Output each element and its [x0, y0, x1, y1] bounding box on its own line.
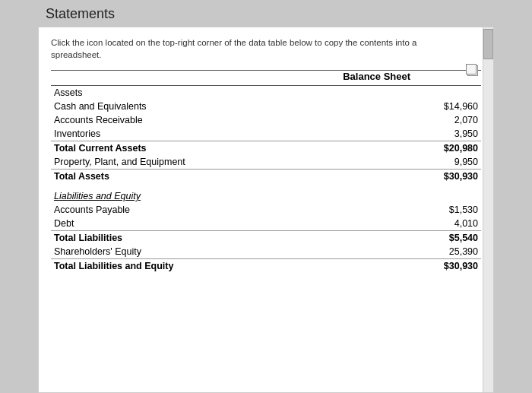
row-value: 4,010: [287, 217, 481, 231]
row-value: $30,930: [287, 259, 481, 274]
row-label: Cash and Equivalents: [51, 100, 287, 113]
table-row: Total Liabilities$5,540: [51, 231, 481, 246]
row-value: $20,980: [287, 141, 481, 156]
row-value: 3,950: [287, 127, 481, 141]
table-row: Cash and Equivalents$14,960: [51, 100, 481, 113]
table-header-label: [51, 71, 287, 86]
page-title: Statements: [0, 0, 532, 27]
content-area: Click the icon located on the top-right …: [38, 27, 494, 393]
row-label: Shareholders' Equity: [51, 245, 287, 259]
section-label-liabilities: Liabilities and Equity: [51, 189, 481, 203]
row-label: Total Liabilities and Equity: [51, 259, 287, 274]
instruction-text: Click the icon located on the top-right …: [51, 36, 446, 61]
row-label: Debt: [51, 217, 287, 231]
row-label: Property, Plant, and Equipment: [51, 155, 287, 170]
table-row: Accounts Payable$1,530: [51, 203, 481, 217]
row-value: $1,530: [287, 203, 481, 217]
row-value: $30,930: [287, 170, 481, 184]
table-row: Shareholders' Equity25,390: [51, 245, 481, 259]
row-label: Total Current Assets: [51, 141, 287, 156]
row-value: $14,960: [287, 100, 481, 113]
table-row: Total Liabilities and Equity$30,930: [51, 259, 481, 274]
row-label: Total Assets: [51, 170, 287, 184]
section-label-assets: Assets: [51, 86, 481, 100]
table-body: AssetsCash and Equivalents$14,960Account…: [51, 86, 481, 274]
balance-sheet-table: Balance Sheet AssetsCash and Equivalents…: [51, 70, 481, 273]
table-row: Accounts Receivable2,070: [51, 113, 481, 127]
row-label: Accounts Payable: [51, 203, 287, 217]
table-row: Total Current Assets$20,980: [51, 141, 481, 156]
scrollbar[interactable]: [483, 27, 493, 392]
table-header-row: Balance Sheet: [51, 71, 481, 86]
copy-icon[interactable]: [467, 65, 478, 76]
page-wrapper: Statements Click the icon located on the…: [0, 0, 532, 393]
copy-icon-container: [467, 65, 478, 76]
section-header-liabilities: Liabilities and Equity: [51, 189, 481, 203]
scrollbar-thumb[interactable]: [483, 29, 493, 59]
row-value: 9,950: [287, 155, 481, 170]
spacer-row: [51, 183, 481, 189]
row-label: Accounts Receivable: [51, 113, 287, 127]
table-row: Total Assets$30,930: [51, 170, 481, 184]
row-label: Total Liabilities: [51, 231, 287, 246]
row-value: $5,540: [287, 231, 481, 246]
row-value: 25,390: [287, 245, 481, 259]
table-header-value: Balance Sheet: [287, 71, 481, 86]
row-value: 2,070: [287, 113, 481, 127]
row-label: Inventories: [51, 127, 287, 141]
table-row: Inventories3,950: [51, 127, 481, 141]
section-header-assets: Assets: [51, 86, 481, 100]
table-row: Property, Plant, and Equipment9,950: [51, 155, 481, 170]
table-row: Debt4,010: [51, 217, 481, 231]
